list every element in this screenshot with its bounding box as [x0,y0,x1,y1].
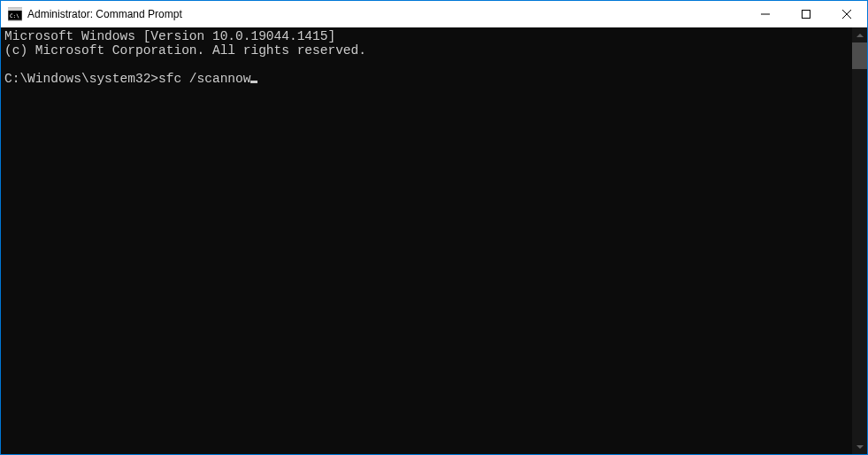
prompt-text: C:\Windows\system32> [4,72,158,86]
vertical-scrollbar[interactable] [852,27,867,454]
cursor [250,81,257,83]
window-controls [745,1,867,27]
close-button[interactable] [826,1,867,27]
version-line: Microsoft Windows [Version 10.0.19044.14… [4,29,335,43]
command-input[interactable]: sfc /scannow [158,72,250,86]
titlebar[interactable]: C:\ Administrator: Command Prompt [1,1,867,27]
terminal-output[interactable]: Microsoft Windows [Version 10.0.19044.14… [1,27,852,454]
svg-text:C:\: C:\ [10,12,19,19]
window-title: Administrator: Command Prompt [27,8,745,20]
svg-rect-1 [8,8,22,11]
svg-rect-4 [803,11,810,19]
command-prompt-window: C:\ Administrator: Command Prompt Micros… [0,0,868,455]
app-icon: C:\ [8,7,22,21]
scroll-thumb[interactable] [852,42,867,69]
scroll-down-arrow-icon[interactable] [852,439,867,454]
svg-marker-7 [856,34,864,37]
svg-marker-8 [856,445,864,449]
copyright-line: (c) Microsoft Corporation. All rights re… [4,43,366,58]
scroll-track[interactable] [852,42,867,439]
minimize-button[interactable] [745,1,786,27]
maximize-button[interactable] [786,1,826,27]
scroll-up-arrow-icon[interactable] [852,27,867,42]
content-area: Microsoft Windows [Version 10.0.19044.14… [1,27,867,454]
